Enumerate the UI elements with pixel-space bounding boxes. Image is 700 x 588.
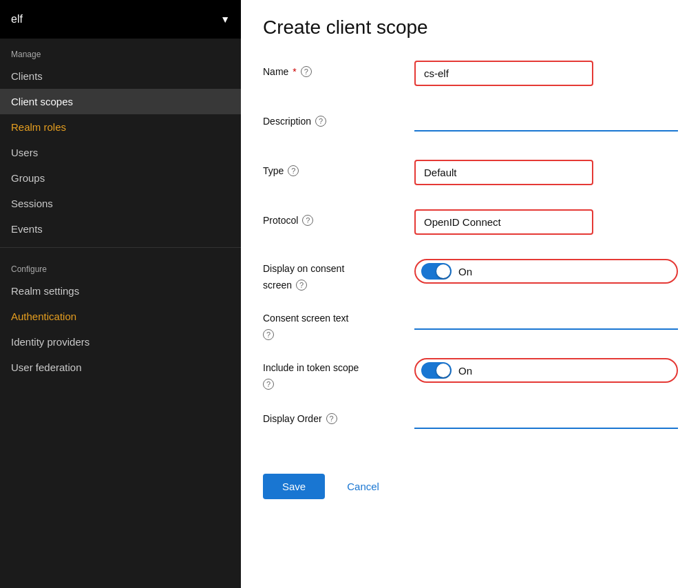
consent-text-row: Consent screen text ?	[263, 308, 678, 342]
include-token-toggle-box: On	[414, 358, 678, 383]
name-required-indicator: *	[293, 66, 296, 77]
form-actions: Save Cancel	[263, 463, 678, 499]
protocol-control: OpenID Connect SAML	[414, 209, 678, 235]
display-order-row: Display Order ?	[263, 408, 678, 441]
sidebar-item-users[interactable]: Users	[0, 140, 241, 165]
sidebar-item-sessions[interactable]: Sessions	[0, 191, 241, 216]
name-help-icon[interactable]: ?	[301, 66, 312, 77]
display-order-help-icon[interactable]: ?	[326, 413, 337, 424]
sidebar-item-groups-label: Groups	[11, 172, 45, 184]
sidebar-item-clients[interactable]: Clients	[0, 63, 241, 89]
display-consent-toggle-label: On	[458, 266, 472, 277]
include-token-row: Include in token scope ? On	[263, 358, 678, 391]
description-control	[414, 110, 678, 132]
manage-section-label: Manage	[0, 39, 241, 63]
save-button[interactable]: Save	[263, 474, 325, 499]
consent-text-help-icon[interactable]: ?	[263, 329, 274, 340]
sidebar-item-realm-settings-label: Realm settings	[11, 285, 79, 297]
protocol-help-icon[interactable]: ?	[302, 215, 313, 226]
sidebar-item-authentication-label: Authentication	[11, 311, 76, 322]
include-token-help-icon[interactable]: ?	[263, 379, 274, 390]
protocol-select[interactable]: OpenID Connect SAML	[414, 209, 593, 235]
type-label: Type ?	[263, 160, 414, 176]
sidebar-item-sessions-label: Sessions	[11, 198, 53, 209]
display-consent-toggle-box: On	[414, 259, 678, 284]
type-help-icon[interactable]: ?	[288, 165, 299, 176]
name-control	[414, 61, 678, 86]
sidebar-item-clients-label: Clients	[11, 70, 43, 82]
sidebar-item-user-federation-label: User federation	[11, 361, 82, 373]
chevron-down-icon: ▼	[220, 14, 230, 25]
sidebar-divider	[0, 247, 241, 248]
sidebar-item-client-scopes-label: Client scopes	[11, 96, 73, 107]
sidebar-item-authentication[interactable]: Authentication	[0, 304, 241, 329]
sidebar-item-user-federation[interactable]: User federation	[0, 355, 241, 380]
include-token-control: On	[414, 358, 678, 383]
sidebar-item-realm-roles-label: Realm roles	[11, 121, 66, 133]
description-row: Description ?	[263, 110, 678, 143]
configure-section-label: Configure	[0, 253, 241, 278]
sidebar-item-identity-providers-label: Identity providers	[11, 336, 89, 348]
display-order-control	[414, 408, 678, 429]
type-select[interactable]: Default Optional None	[414, 160, 593, 185]
realm-name: elf	[11, 13, 23, 25]
type-control: Default Optional None	[414, 160, 678, 185]
display-order-input[interactable]	[414, 408, 678, 429]
consent-text-control	[414, 308, 678, 330]
display-consent-control: On	[414, 259, 678, 284]
display-consent-help-icon[interactable]: ?	[296, 280, 307, 291]
sidebar-item-client-scopes[interactable]: Client scopes	[0, 89, 241, 114]
sidebar-item-events[interactable]: Events	[0, 216, 241, 242]
display-consent-label: Display on consent screen ?	[263, 259, 414, 291]
display-consent-row: Display on consent screen ? On	[263, 259, 678, 292]
include-token-toggle-label: On	[458, 365, 472, 377]
name-row: Name * ?	[263, 61, 678, 94]
include-token-label: Include in token scope ?	[263, 358, 414, 390]
sidebar: elf ▼ Manage Clients Client scopes Realm…	[0, 0, 241, 588]
protocol-label: Protocol ?	[263, 209, 414, 226]
include-token-toggle[interactable]	[421, 362, 452, 379]
description-input[interactable]	[414, 110, 678, 132]
display-consent-toggle[interactable]	[421, 263, 452, 280]
sidebar-item-events-label: Events	[11, 223, 43, 235]
sidebar-item-groups[interactable]: Groups	[0, 165, 241, 191]
consent-text-label: Consent screen text ?	[263, 308, 414, 340]
display-order-label: Display Order ?	[263, 408, 414, 424]
sidebar-item-users-label: Users	[11, 147, 38, 158]
type-row: Type ? Default Optional None	[263, 160, 678, 193]
sidebar-item-identity-providers[interactable]: Identity providers	[0, 329, 241, 355]
description-help-icon[interactable]: ?	[315, 116, 326, 127]
main-content: Create client scope Name * ? Description…	[241, 0, 700, 588]
consent-text-input[interactable]	[414, 308, 678, 330]
description-label: Description ?	[263, 110, 414, 127]
page-title: Create client scope	[263, 17, 678, 39]
sidebar-item-realm-roles[interactable]: Realm roles	[0, 114, 241, 140]
sidebar-item-realm-settings[interactable]: Realm settings	[0, 278, 241, 304]
protocol-row: Protocol ? OpenID Connect SAML	[263, 209, 678, 242]
name-input[interactable]	[414, 61, 593, 86]
realm-selector[interactable]: elf ▼	[0, 0, 241, 39]
name-label: Name * ?	[263, 61, 414, 77]
cancel-button[interactable]: Cancel	[333, 474, 393, 499]
